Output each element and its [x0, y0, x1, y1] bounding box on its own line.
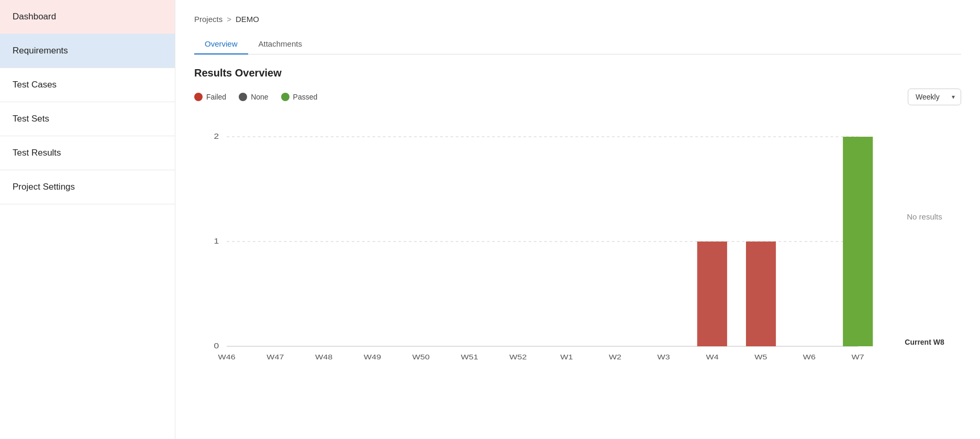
svg-text:W4: W4: [706, 353, 718, 360]
side-panel: No results Current W8: [888, 116, 961, 367]
svg-text:2: 2: [214, 133, 219, 140]
breadcrumb: Projects > DEMO: [194, 15, 961, 24]
svg-text:W52: W52: [509, 353, 527, 360]
svg-text:W46: W46: [218, 353, 236, 360]
sidebar-label-project-settings: Project Settings: [13, 182, 75, 192]
chart-area: 2 1 0 W46 W47 W48 W49 W50 W51: [194, 116, 961, 367]
sidebar-item-dashboard[interactable]: Dashboard: [0, 0, 175, 34]
tab-overview[interactable]: Overview: [194, 34, 248, 54]
svg-text:W47: W47: [266, 353, 284, 360]
svg-text:W51: W51: [461, 353, 478, 360]
tab-bar: Overview Attachments: [194, 34, 961, 54]
tab-attachments[interactable]: Attachments: [248, 34, 313, 54]
svg-text:W7: W7: [852, 353, 864, 360]
svg-text:W48: W48: [315, 353, 332, 360]
period-dropdown[interactable]: Weekly Monthly Daily: [908, 89, 961, 105]
section-title: Results Overview: [194, 67, 961, 79]
svg-text:0: 0: [214, 342, 219, 350]
passed-dot-icon: [281, 93, 289, 101]
legend-item-passed: Passed: [281, 93, 318, 101]
bar-w7: [843, 137, 873, 346]
legend-label-failed: Failed: [206, 93, 226, 101]
svg-text:W3: W3: [658, 353, 670, 360]
sidebar-label-requirements: Requirements: [13, 46, 68, 56]
sidebar-label-dashboard: Dashboard: [13, 12, 56, 21]
sidebar-item-test-cases[interactable]: Test Cases: [0, 68, 175, 102]
svg-text:W6: W6: [803, 353, 816, 360]
sidebar: Dashboard Requirements Test Cases Test S…: [0, 0, 175, 439]
sidebar-item-test-sets[interactable]: Test Sets: [0, 102, 175, 136]
period-dropdown-wrapper[interactable]: Weekly Monthly Daily ▾: [908, 89, 961, 105]
current-week-label: Current W8: [905, 338, 944, 346]
main-content: Projects > DEMO Overview Attachments Res…: [175, 0, 980, 439]
sidebar-item-requirements[interactable]: Requirements: [0, 34, 175, 68]
bar-w4: [697, 242, 727, 346]
breadcrumb-separator: >: [227, 15, 231, 24]
chart-container: 2 1 0 W46 W47 W48 W49 W50 W51: [194, 116, 877, 367]
legend-item-failed: Failed: [194, 93, 226, 101]
svg-text:W49: W49: [364, 353, 381, 360]
chart-legend: Failed None Passed: [194, 93, 317, 101]
svg-text:W50: W50: [413, 353, 430, 360]
sidebar-item-project-settings[interactable]: Project Settings: [0, 170, 175, 204]
no-results-container: No results: [907, 116, 942, 317]
sidebar-label-test-sets: Test Sets: [13, 114, 49, 124]
legend-item-none: None: [239, 93, 268, 101]
svg-text:W5: W5: [754, 353, 767, 360]
sidebar-label-test-cases: Test Cases: [13, 80, 57, 90]
chart-controls: Failed None Passed Weekly Monthly Daily …: [194, 89, 961, 105]
svg-text:W2: W2: [609, 353, 621, 360]
bar-w5: [746, 242, 776, 346]
no-results-label: No results: [907, 212, 942, 221]
legend-label-passed: Passed: [293, 93, 318, 101]
failed-dot-icon: [194, 93, 203, 101]
legend-label-none: None: [251, 93, 268, 101]
svg-text:1: 1: [214, 237, 219, 245]
none-dot-icon: [239, 93, 247, 101]
breadcrumb-projects-link[interactable]: Projects: [194, 15, 222, 24]
sidebar-item-test-results[interactable]: Test Results: [0, 136, 175, 170]
sidebar-label-test-results: Test Results: [13, 148, 61, 158]
svg-text:W1: W1: [560, 353, 573, 360]
breadcrumb-current: DEMO: [236, 15, 259, 24]
bar-chart: 2 1 0 W46 W47 W48 W49 W50 W51: [194, 116, 877, 367]
